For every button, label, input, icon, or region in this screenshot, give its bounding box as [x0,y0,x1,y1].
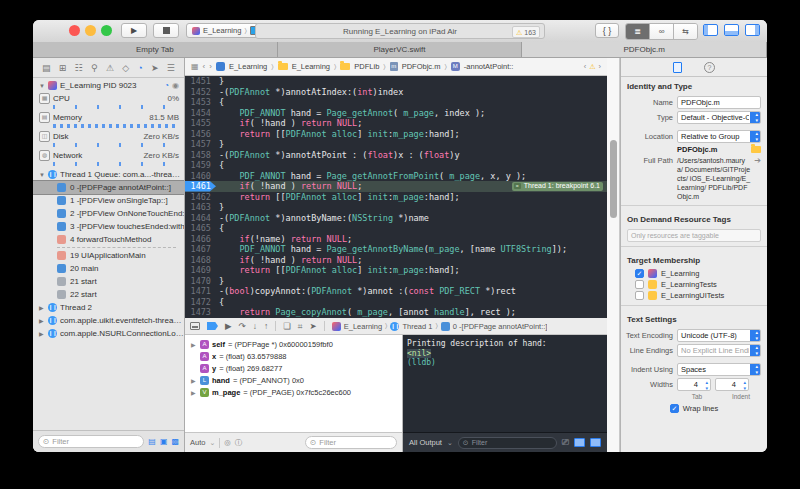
stack-frame-row[interactable]: 21 start [33,275,184,288]
stop-button[interactable] [153,23,179,38]
process-row[interactable]: ▼ E_Learning PID 9023 ◔◉ [33,79,184,92]
jumpbar-crumb-method[interactable]: -annotAtPoint:: [464,62,514,71]
variables-filter-input[interactable]: ⊙ Filter [305,436,397,449]
code-line[interactable]: 1457} [185,139,607,150]
version-editor-button[interactable]: ⇆ [674,24,697,39]
navigator-filter-input[interactable]: ⊙ Filter [38,435,144,448]
source-control-navigator-icon[interactable]: ⊞ [59,63,67,73]
hide-debug-area-icon[interactable] [190,322,200,330]
run-button[interactable]: ▶ [121,23,147,38]
thread-1-row[interactable]: ▼ ❙❙ Thread 1 Queue: com.a...-thread (se… [33,168,184,181]
reveal-folder-icon[interactable] [751,146,761,153]
toggle-inspector-button[interactable] [745,24,760,36]
code-line[interactable]: 1473 return Page_copyAnnot( m_page, [ann… [185,307,607,318]
code-line[interactable]: 1459{ [185,160,607,171]
project-navigator-icon[interactable]: ▤ [42,63,51,73]
breakpoint-navigator-icon[interactable]: ➤ [151,63,159,73]
related-items-icon[interactable]: ▦ [191,62,199,71]
step-out-icon[interactable]: ↑ [264,321,268,331]
jump-to-path-icon[interactable]: ➔ [754,156,761,165]
quick-help-tab-icon[interactable]: ? [704,62,715,73]
simulate-location-icon[interactable]: ➤ [310,321,317,331]
memory-graph-icon[interactable]: ⌗ [298,321,303,332]
code-line[interactable]: 1458-(PDFAnnot *)annotAtPoint : (float)x… [185,150,607,161]
warning-count-badge[interactable]: ⚠ 163 [512,26,540,38]
file-inspector-tab-icon[interactable] [673,62,682,73]
disclosure-triangle-icon[interactable]: ▶ [191,377,197,384]
show-crashed-threads-icon[interactable]: ▩ [171,437,179,446]
standard-editor-button[interactable]: ≣ [626,24,650,39]
code-line[interactable]: 1461 if( !hand ) return NULL;=Thread 1: … [185,181,607,192]
breakpoint-hit-badge[interactable]: =Thread 1: breakpoint 6.1 [512,182,603,191]
toggle-console-icon[interactable] [590,438,601,447]
view-hierarchy-icon[interactable]: ❏ [283,321,291,331]
code-line[interactable]: 1460 PDF_ANNOT hand = Page_getAnnotFromP… [185,171,607,182]
assistant-editor-button[interactable]: ∞ [650,24,674,39]
variable-row[interactable]: ▶Vm_page= (PDF_PAGE) 0x7fc5c26ec600 [185,386,402,398]
forward-icon[interactable]: › [209,62,212,71]
show-running-blocks-icon[interactable]: ▣ [160,437,168,446]
back-icon[interactable]: ‹ [203,62,206,71]
code-line[interactable]: 1454 PDF_ANNOT hand = Page_getAnnot( m_p… [185,108,607,119]
zoom-window-button[interactable] [101,25,112,36]
jumpbar-crumb-file[interactable]: PDFObjc.m [402,62,441,71]
jumpbar-crumb-pdflib[interactable]: PDFLib [354,62,379,71]
issue-navigator-icon[interactable]: ⚠ [106,63,114,73]
code-line[interactable]: 1453{ [185,97,607,108]
line-endings-dropdown[interactable]: No Explicit Line Endings [677,344,761,357]
code-line[interactable]: 1463} [185,202,607,213]
symbol-navigator-icon[interactable]: ☷ [75,63,83,73]
code-review-button[interactable]: { } [595,23,619,38]
debug-navigator-icon[interactable]: ◔ [137,63,142,73]
stack-frame-row[interactable]: 4 forwardTouchMethod [33,233,184,246]
variable-row[interactable]: Ay= (float) 269.68277 [185,362,402,374]
thread-row[interactable]: ▶❙❙com.apple.NSURLConnectionLoader (... [33,327,184,340]
console-filter-input[interactable]: ⊙ Filter [458,437,557,449]
stack-frame-row[interactable]: 0 -[PDFPage annotAtPoint::] [33,181,184,194]
test-navigator-icon[interactable]: ◇ [122,63,129,73]
variable-row[interactable]: ▶Lhand= (PDF_ANNOT) 0x0 [185,374,402,386]
code-line[interactable]: 1472{ [185,297,607,308]
variable-row[interactable]: ▶Aself= (PDFPage *) 0x60000159fbf0 [185,338,402,350]
find-navigator-icon[interactable]: ⚲ [91,63,98,73]
thread-row[interactable]: ▶❙❙com.apple.uikit.eventfetch-thread (7) [33,314,184,327]
gauge-row-disk[interactable]: ◫DiskZero KB/s [33,130,184,143]
target-checkbox[interactable] [635,280,644,289]
disclosure-triangle-icon[interactable]: ▶ [191,341,197,348]
gauge-row-cpu[interactable]: ▦CPU0% [33,92,184,105]
memory-gauge-icon[interactable]: ◉ [172,81,179,90]
disclosure-triangle-icon[interactable]: ▶ [39,304,45,311]
gauge-row-network[interactable]: ◍NetworkZero KB/s [33,149,184,162]
disclosure-triangle-icon[interactable]: ▶ [191,389,197,396]
target-checkbox[interactable]: ✓ [635,269,644,278]
variable-row[interactable]: Ax= (float) 63.6579888 [185,350,402,362]
stack-frame-row[interactable]: 22 start [33,288,184,301]
editor-scrollbar[interactable] [607,58,620,452]
code-line[interactable]: 1468 if( !hand ) return NULL; [185,255,607,266]
minimize-window-button[interactable] [85,25,96,36]
code-line[interactable]: 1467 PDF_ANNOT hand = Page_getAnnotByNam… [185,244,607,255]
report-navigator-icon[interactable]: ☰ [167,63,175,73]
code-line[interactable]: 1462 return [[PDFAnnot alloc] init:m_pag… [185,192,607,203]
tab-width-stepper[interactable]: 4 [677,378,711,391]
console-output[interactable]: Printing description of hand:<nil>(lldb) [403,337,607,432]
indent-dropdown[interactable]: Spaces [677,363,761,376]
toggle-debug-area-button[interactable] [724,24,739,36]
target-checkbox[interactable] [635,291,644,300]
toggle-variables-view-icon[interactable] [574,438,585,447]
gauge-row-memory[interactable]: ▤Memory81.5 MB [33,111,184,124]
stack-frame-row[interactable]: 3 -[PDFView touchesEnded:withEve... [33,220,184,233]
clear-console-icon[interactable]: ⎚ [562,437,569,448]
stack-frame-row[interactable]: 19 UIApplicationMain [33,249,184,262]
indent-width-stepper[interactable]: 4 [715,378,749,391]
code-line[interactable]: 1455 if( !hand ) return NULL; [185,118,607,129]
console-scope-selector[interactable]: All Output [409,438,442,447]
tab-empty-tab[interactable]: Empty Tab [33,42,278,57]
variables-scope-selector[interactable]: Auto [190,438,205,447]
previous-issue-icon[interactable]: ‹ [584,62,587,71]
resource-tags-field[interactable]: Only resources are taggable [627,229,761,242]
code-line[interactable]: 1466 if(!name) return NULL; [185,234,607,245]
jumpbar-crumb-project[interactable]: E_Learning [229,62,267,71]
stack-frame-row[interactable]: 20 main [33,262,184,275]
tab-playervc-swift[interactable]: PlayerVC.swift [278,42,523,57]
